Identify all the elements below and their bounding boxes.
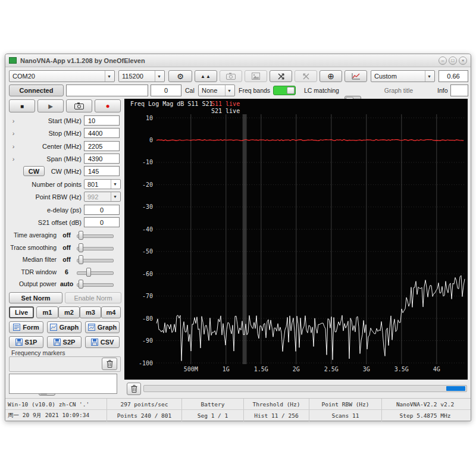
svg-text:2.5G: 2.5G — [324, 366, 339, 372]
tdr-window-slider[interactable] — [77, 268, 116, 277]
scrollbar-handle[interactable] — [446, 386, 465, 391]
slider-knob[interactable] — [86, 268, 91, 277]
connected-button[interactable]: Connected — [9, 84, 64, 96]
com-port-value: COM20 — [12, 73, 35, 80]
trace-m3-button[interactable]: m3 — [80, 306, 101, 318]
graph-title-field[interactable]: Graph title — [366, 84, 431, 96]
crosshair-target-button[interactable]: ⊕ — [320, 70, 342, 82]
chart-view-button[interactable] — [345, 70, 367, 82]
titlebar[interactable]: NanoVNA-App v1.1.208 by OneOfEleven – □ … — [5, 54, 471, 67]
expand-start-row-icon[interactable]: › — [10, 116, 17, 125]
image-button — [245, 70, 267, 82]
spectrum-chart[interactable]: 100-10-20-30-40-50-60-70-80-90-100500M1G… — [124, 99, 468, 380]
graph-window-button[interactable]: Graph — [85, 321, 120, 333]
center-mhz-field[interactable]: 2205 — [84, 141, 120, 151]
save-csv-button[interactable]: CSV — [85, 336, 120, 348]
status-device: NanoVNA-V2.2 v2.2 — [381, 399, 468, 409]
graph-view-button[interactable]: Graph — [47, 321, 82, 333]
svg-text:-10: -10 — [142, 159, 153, 165]
span-mhz-label: Span (MHz) — [20, 154, 82, 164]
markers-listbox[interactable] — [9, 374, 117, 394]
minimize-icon[interactable]: – — [439, 57, 447, 65]
save-s1p-button[interactable]: S1P — [9, 336, 43, 348]
stop-mhz-value: 4400 — [88, 130, 102, 137]
com-port-select[interactable]: COM20 ▼ — [9, 70, 115, 82]
status-rate: 297 points/sec — [107, 399, 181, 409]
number-of-points-select[interactable]: 801 ▼ — [84, 179, 121, 189]
status-os: Win-10 (v10.0) zh-CN '.' — [5, 399, 107, 409]
trace-smoothing-slider[interactable] — [77, 243, 116, 252]
slider-knob[interactable] — [79, 280, 83, 289]
edelay-field[interactable]: 0 — [84, 205, 120, 215]
preset-select[interactable]: Custom ▼ — [371, 70, 435, 82]
horizontal-scrollbar[interactable] — [143, 385, 467, 392]
output-power-row: Output power auto — [5, 279, 124, 289]
expand-stop-row-icon[interactable]: › — [10, 129, 17, 137]
median-filter-slider[interactable] — [77, 255, 116, 264]
scale-value-field[interactable]: 0.66 — [439, 70, 468, 82]
crossed-arrows-button[interactable] — [270, 70, 292, 82]
plot-canvas[interactable]: 100-10-20-30-40-50-60-70-80-90-100500M1G… — [124, 99, 468, 380]
expand-span-row-icon[interactable]: › — [10, 154, 17, 163]
center-mhz-value: 2205 — [88, 143, 102, 150]
chevron-down-icon: ▼ — [111, 180, 119, 189]
cw-mhz-field[interactable]: 145 — [84, 166, 120, 176]
set-norm-button[interactable]: Set Norm — [9, 292, 62, 303]
address-input[interactable] — [66, 84, 148, 96]
trace-m2-button[interactable]: m2 — [58, 306, 80, 318]
baud-rate-value: 115200 — [122, 73, 143, 80]
save-s2p-button[interactable]: S2P — [47, 336, 82, 348]
scale-value: 0.66 — [447, 73, 459, 80]
legend-s11: S11 live — [211, 101, 240, 107]
cal-select[interactable]: None ▼ — [198, 84, 235, 96]
crossed-arrows-icon — [302, 73, 310, 80]
expand-center-row-icon[interactable]: › — [10, 142, 17, 151]
trace-smoothing-row: Trace smoothing off — [5, 243, 124, 252]
app-window: NanoVNA-App v1.1.208 by OneOfEleven – □ … — [5, 54, 471, 421]
chevron-down-icon: ▼ — [105, 71, 113, 82]
baud-rate-select[interactable]: 115200 ▼ — [118, 70, 165, 82]
settings-gear-button[interactable]: ⚙ — [168, 70, 192, 82]
camera-capture-button[interactable] — [66, 99, 92, 112]
offset-field[interactable]: 0 — [151, 84, 181, 96]
stop-mhz-field[interactable]: 4400 — [84, 128, 120, 138]
s21-offset-field[interactable]: 0 — [84, 217, 120, 227]
screenshot-camera-button — [220, 70, 242, 82]
maximize-icon[interactable]: □ — [449, 57, 457, 65]
slider-knob[interactable] — [79, 255, 83, 264]
clear-graph-button[interactable] — [127, 383, 141, 395]
svg-text:1G: 1G — [223, 366, 230, 372]
stop-sweep-button[interactable]: ■ — [9, 99, 35, 112]
freq-bands-toggle[interactable] — [273, 86, 296, 95]
camera-icon — [74, 102, 84, 109]
edelay-label: e-delay (ps) — [20, 205, 82, 215]
chevron-down-icon: ▼ — [155, 71, 163, 82]
cw-mhz-label: CW (MHz) — [46, 166, 82, 176]
app-icon — [9, 57, 17, 64]
floppy-icon — [15, 339, 23, 346]
form-view-button[interactable]: Form — [9, 321, 43, 333]
trace-m1-button[interactable]: m1 — [36, 306, 58, 318]
chevron-down-icon: ▼ — [225, 85, 233, 96]
trace-m4-button[interactable]: m4 — [101, 306, 121, 318]
delete-markers-button[interactable] — [102, 358, 117, 370]
slider-knob[interactable] — [79, 231, 83, 240]
cw-button[interactable]: CW — [23, 166, 45, 176]
line-chart-icon — [352, 73, 361, 80]
status-step: Step 5.4875 MHz — [381, 410, 468, 421]
start-mhz-field[interactable]: 10 — [84, 115, 120, 126]
csv-label: CSV — [101, 339, 114, 346]
arrows-up-button[interactable]: ▲▲ — [195, 70, 217, 82]
span-mhz-field[interactable]: 4390 — [84, 154, 120, 164]
output-power-slider[interactable] — [77, 280, 116, 289]
slider-knob[interactable] — [79, 243, 83, 252]
info-field[interactable] — [450, 84, 468, 96]
trace-live-button[interactable]: Live — [9, 306, 34, 318]
record-button[interactable]: ● — [95, 99, 121, 112]
enable-norm-button: Enable Norm — [65, 292, 121, 303]
info-label: Info — [437, 84, 448, 96]
run-sweep-button[interactable]: ▶ — [37, 99, 64, 112]
output-power-label: Output power — [5, 280, 57, 287]
time-averaging-slider[interactable] — [77, 231, 116, 240]
close-icon[interactable]: × — [459, 57, 467, 65]
